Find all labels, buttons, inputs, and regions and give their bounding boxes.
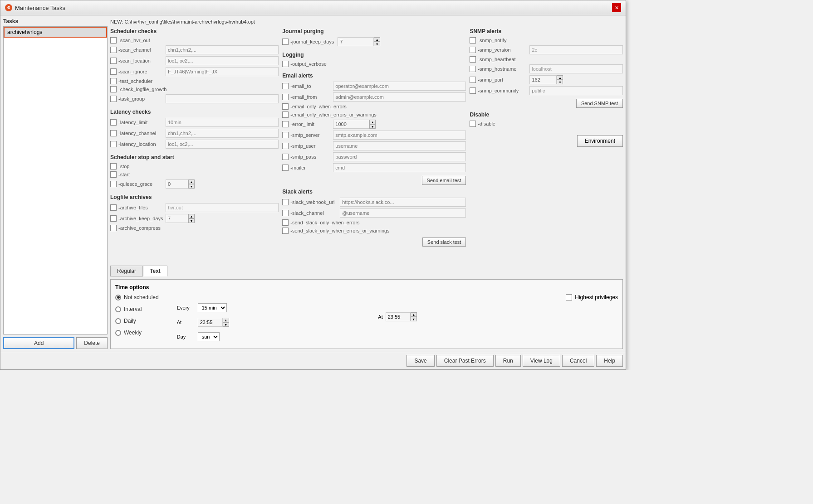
input-at-daily[interactable] (198, 318, 223, 327)
spinner-down-error-limit[interactable]: ▼ (369, 124, 376, 129)
checkbox-stop[interactable] (110, 163, 117, 170)
input-error-limit[interactable] (333, 120, 369, 129)
checkbox-smtp-server[interactable] (282, 132, 289, 138)
checkbox-snmp-version[interactable] (470, 47, 476, 53)
spinner-down-at-right[interactable]: ▼ (411, 317, 417, 321)
tab-text[interactable]: Text (143, 266, 167, 276)
input-smtp-server[interactable] (333, 131, 466, 140)
checkbox-slack-only-errors[interactable] (282, 219, 289, 226)
spinner-down-snmp-port[interactable]: ▼ (557, 80, 563, 84)
input-scan-channel[interactable] (166, 45, 279, 54)
checkbox-journal-keep-days[interactable] (282, 39, 289, 45)
checkbox-smtp-user[interactable] (282, 143, 289, 149)
spinner-down-journal[interactable]: ▼ (374, 42, 380, 46)
spinner-down-archive[interactable]: ▼ (188, 218, 195, 223)
cancel-button[interactable]: Cancel (562, 355, 594, 367)
checkbox-snmp-community[interactable] (470, 87, 476, 94)
input-latency-limit[interactable] (166, 118, 279, 127)
checkbox-latency-limit[interactable] (110, 119, 117, 126)
spinner-up-snmp-port[interactable]: ▲ (557, 75, 563, 80)
checkbox-slack-webhook[interactable] (282, 199, 289, 205)
checkbox-latency-location[interactable] (110, 141, 117, 147)
input-smtp-pass[interactable] (333, 152, 466, 161)
checkbox-error-limit[interactable] (282, 121, 289, 127)
close-button[interactable]: ✕ (612, 3, 621, 12)
checkbox-check-logfile-growth[interactable] (110, 86, 117, 92)
radio-interval-btn[interactable] (115, 306, 121, 312)
checkbox-task-group[interactable] (110, 96, 117, 102)
radio-daily-btn[interactable] (115, 318, 121, 324)
checkbox-scan-location[interactable] (110, 58, 117, 64)
input-slack-channel[interactable] (340, 208, 466, 218)
spinner-down-at-daily[interactable]: ▼ (223, 322, 229, 327)
checkbox-archive-files[interactable] (110, 204, 117, 211)
radio-not-scheduled-btn[interactable] (115, 295, 121, 300)
clear-past-errors-button[interactable]: Clear Past Errors (436, 355, 494, 367)
input-scan-location[interactable] (166, 56, 279, 65)
task-item-archivehvrlogs[interactable]: archivehvrlogs (4, 27, 107, 38)
input-task-group[interactable] (166, 94, 279, 103)
input-latency-location[interactable] (166, 140, 279, 149)
checkbox-snmp-port[interactable] (470, 77, 476, 83)
checkbox-email-only-errors[interactable] (282, 103, 289, 110)
input-at-right[interactable] (386, 312, 411, 321)
checkbox-email-to[interactable] (282, 83, 289, 89)
checkbox-output-verbose[interactable] (282, 61, 289, 67)
input-snmp-version[interactable] (529, 45, 623, 54)
tab-regular[interactable]: Regular (110, 266, 143, 276)
checkbox-scan-ignore[interactable] (110, 68, 117, 75)
spinner-up-at-daily[interactable]: ▲ (223, 318, 229, 322)
checkbox-slack-channel[interactable] (282, 210, 289, 216)
run-button[interactable]: Run (495, 355, 521, 367)
checkbox-archive-compress[interactable] (110, 225, 117, 231)
checkbox-snmp-heartbeat[interactable] (470, 56, 476, 63)
input-email-to[interactable] (333, 82, 466, 91)
radio-weekly-btn[interactable] (115, 330, 121, 336)
input-latency-channel[interactable] (166, 129, 279, 138)
save-button[interactable]: Save (406, 355, 434, 367)
checkbox-snmp-notify[interactable] (470, 37, 476, 44)
input-archive-keep-days[interactable] (166, 214, 188, 223)
view-log-button[interactable]: View Log (523, 355, 560, 367)
input-quiesce-grace[interactable] (166, 179, 188, 189)
day-dropdown[interactable]: sun (198, 332, 220, 341)
checkbox-scan-channel[interactable] (110, 47, 117, 53)
checkbox-email-only-errors-warnings[interactable] (282, 111, 289, 118)
checkbox-smtp-pass[interactable] (282, 154, 289, 160)
checkbox-snmp-hostname[interactable] (470, 66, 476, 72)
input-snmp-hostname[interactable] (529, 64, 623, 73)
input-scan-ignore[interactable] (166, 67, 279, 76)
delete-task-button[interactable]: Delete (76, 337, 108, 349)
checkbox-test-scheduler[interactable] (110, 78, 117, 84)
input-smtp-user[interactable] (333, 141, 466, 150)
spinner-down-quiesce[interactable]: ▼ (188, 184, 195, 189)
checkbox-scan-hvr-out[interactable] (110, 37, 117, 44)
spinner-up-error-limit[interactable]: ▲ (369, 120, 376, 124)
checkbox-archive-keep-days[interactable] (110, 215, 117, 222)
environment-button[interactable]: Environment (577, 135, 623, 147)
checkbox-slack-only-errors-warnings[interactable] (282, 228, 289, 234)
checkbox-latency-channel[interactable] (110, 130, 117, 136)
every-dropdown[interactable]: 15 min (198, 303, 227, 312)
input-journal-keep-days[interactable] (338, 37, 374, 46)
input-email-from[interactable] (333, 92, 466, 102)
input-snmp-community[interactable] (529, 86, 623, 95)
input-slack-webhook[interactable] (340, 198, 466, 207)
send-snmp-test-button[interactable]: Send SNMP test (576, 99, 623, 108)
add-task-button[interactable]: Add (3, 337, 74, 349)
spinner-up-journal[interactable]: ▲ (374, 37, 380, 42)
input-snmp-port[interactable] (529, 75, 557, 84)
input-archive-files[interactable] (166, 203, 279, 212)
spinner-up-at-right[interactable]: ▲ (411, 312, 417, 317)
spinner-up-quiesce[interactable]: ▲ (188, 179, 195, 184)
checkbox-email-from[interactable] (282, 94, 289, 100)
help-button[interactable]: Help (596, 355, 623, 367)
checkbox-highest-privileges[interactable] (566, 294, 572, 300)
checkbox-quiesce-grace[interactable] (110, 181, 117, 187)
spinner-up-archive[interactable]: ▲ (188, 214, 195, 218)
checkbox-mailer[interactable] (282, 165, 289, 171)
checkbox-start[interactable] (110, 171, 117, 178)
send-email-test-button[interactable]: Send email test (422, 176, 466, 185)
checkbox-disable[interactable] (470, 121, 476, 127)
input-mailer[interactable] (333, 163, 466, 172)
